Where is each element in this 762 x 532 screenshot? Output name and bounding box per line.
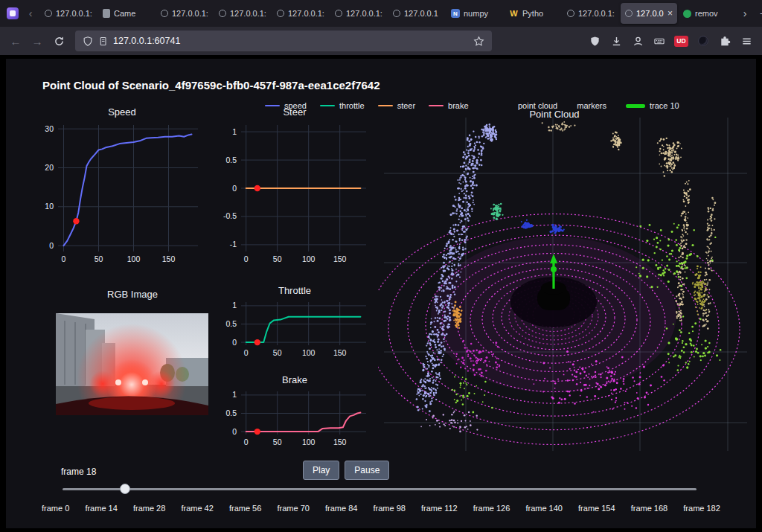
frame-tick: frame 140 — [525, 504, 563, 513]
scroll-tabs-left-button[interactable]: ‹ — [22, 4, 39, 22]
privacy-shield-button[interactable] — [585, 31, 604, 51]
tab-close-button[interactable]: × — [667, 8, 673, 19]
firefox-view-icon — [7, 7, 19, 19]
svg-text:1: 1 — [232, 301, 237, 310]
tab-label: 127.0.0.1:5 — [230, 9, 266, 18]
page-info-icon[interactable] — [98, 36, 108, 47]
playback-buttons: Play Pause — [303, 461, 389, 480]
tab[interactable]: 127.0.0.1:5 — [272, 3, 329, 24]
tab-active[interactable]: 127.0.0× — [621, 3, 677, 24]
legend-item-brake[interactable]: brake — [429, 101, 469, 110]
legend-item-speed[interactable]: speed — [265, 101, 307, 110]
tab[interactable]: 127.0.0.1:1 — [40, 3, 97, 24]
tab[interactable]: remov — [679, 3, 735, 24]
tab[interactable]: WPytho — [505, 3, 561, 24]
legend-swatch — [378, 105, 393, 107]
legend-swatch — [626, 104, 645, 108]
tab[interactable]: Nnumpy — [446, 3, 503, 24]
tab-label: 127.0.0.1:5 — [346, 9, 382, 18]
frame-slider-handle[interactable] — [120, 484, 130, 494]
tab-label: 127.0.0.1:1 — [56, 9, 92, 18]
page-favicon-icon — [103, 9, 110, 18]
signals-legend: speedthrottlesteerbrake — [265, 101, 469, 110]
navigation-toolbar: ← → 127.0.0.1:60741 — [0, 27, 762, 55]
svg-text:0.5: 0.5 — [225, 319, 237, 328]
reload-icon — [54, 36, 65, 47]
tracking-protection-shield-icon[interactable] — [83, 36, 93, 47]
frame-tick: frame 0 — [42, 504, 69, 513]
svg-text:150: 150 — [333, 254, 347, 263]
rgb-camera-image — [56, 313, 208, 415]
legend-item-point-cloud[interactable]: point cloud — [518, 101, 557, 110]
globe-favicon-icon — [393, 10, 400, 17]
tab[interactable]: 127.0.0.1:5 — [214, 3, 271, 24]
tab[interactable]: Came — [98, 3, 155, 24]
svg-text:-0.5: -0.5 — [223, 211, 237, 220]
point-cloud-title: Point Cloud — [378, 109, 752, 120]
svg-text:50: 50 — [273, 254, 282, 263]
ublock-extension-icon[interactable]: UD — [674, 36, 688, 47]
speed-chart-title: Speed — [37, 106, 207, 119]
svg-text:100: 100 — [127, 254, 141, 263]
legend-label: throttle — [339, 101, 365, 110]
pause-button[interactable]: Pause — [345, 461, 389, 480]
frame-tick: frame 28 — [133, 504, 165, 513]
tab[interactable]: 127.0.0.1:6 — [563, 3, 619, 24]
new-tab-button[interactable]: + — [755, 4, 762, 22]
legend-label: brake — [448, 101, 469, 110]
tab[interactable]: 127.0.0.1:5 — [330, 3, 387, 24]
frame-slider[interactable] — [63, 483, 697, 495]
dark-extension-icon — [697, 35, 709, 47]
brake-chart-plot[interactable]: 05010015000.51 — [216, 387, 374, 451]
svg-text:0: 0 — [62, 254, 66, 263]
svg-text:50: 50 — [95, 254, 103, 263]
legend-item-trace-10[interactable]: trace 10 — [626, 101, 679, 110]
scroll-tabs-right-button[interactable]: › — [737, 4, 753, 22]
svg-text:50: 50 — [273, 438, 282, 446]
svg-text:100: 100 — [302, 438, 316, 446]
frame-slider-track[interactable] — [63, 488, 697, 490]
frame-tick: frame 168 — [631, 504, 668, 513]
back-button[interactable]: ← — [6, 31, 25, 51]
legend-item-steer[interactable]: steer — [378, 101, 415, 110]
menu-button[interactable] — [737, 31, 756, 51]
speed-chart-plot[interactable]: 0501001500102030 — [37, 119, 207, 271]
throttle-chart-plot[interactable]: 05010015000.51 — [216, 298, 374, 362]
legend-item-throttle[interactable]: throttle — [320, 101, 365, 110]
extensions-button[interactable] — [715, 31, 734, 51]
firefox-view-button[interactable] — [4, 4, 21, 22]
rgb-image-title: RGB Image — [54, 289, 211, 300]
dark-extension-button[interactable] — [694, 31, 713, 51]
play-button[interactable]: Play — [303, 461, 339, 480]
keyboard-extension-button[interactable] — [650, 31, 669, 51]
reload-button[interactable] — [49, 31, 68, 51]
tab[interactable]: 127.0.0.1:5 — [156, 3, 213, 24]
brake-chart-title: Brake — [216, 374, 374, 387]
brake-chart: Brake 05010015000.51 — [216, 374, 374, 451]
downloads-button[interactable] — [606, 31, 626, 51]
svg-text:-1: -1 — [230, 240, 237, 249]
url-bar[interactable]: 127.0.0.1:60741 — [75, 31, 492, 51]
tab-label: 127.0.0 — [636, 9, 664, 18]
tab-label: 127.0.0.1 — [404, 9, 441, 18]
forward-button[interactable]: → — [28, 31, 47, 51]
point-cloud-3d-plot[interactable] — [378, 103, 752, 465]
tab-label: 127.0.0.1:6 — [578, 9, 615, 18]
keyboard-icon — [653, 36, 665, 47]
legend-item-markers[interactable]: markers — [577, 101, 606, 110]
bookmark-star-icon[interactable] — [473, 36, 484, 47]
legend-swatch — [265, 105, 280, 107]
tab[interactable]: 127.0.0.1 — [388, 3, 445, 24]
frame-tick: frame 98 — [373, 504, 405, 513]
steer-chart: Steer 050100150-1-0.500.51 — [216, 106, 374, 271]
svg-text:0: 0 — [49, 241, 54, 250]
account-button[interactable] — [628, 31, 647, 51]
svg-text:100: 100 — [302, 254, 316, 263]
legend-label: point cloud — [518, 101, 557, 110]
point-cloud-panel: Point Cloud — [378, 103, 752, 465]
globe-favicon-icon — [161, 10, 168, 17]
globe-favicon-icon — [625, 10, 633, 17]
globe-favicon-icon — [567, 10, 574, 17]
url-text[interactable]: 127.0.0.1:60741 — [113, 36, 468, 46]
steer-chart-plot[interactable]: 050100150-1-0.500.51 — [216, 119, 374, 271]
